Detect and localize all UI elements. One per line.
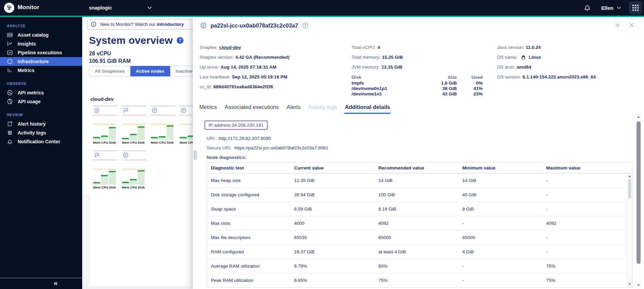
horizontal-scrollbar-track[interactable] — [82, 286, 192, 289]
recommended-value: 65000 — [374, 230, 458, 245]
node-usage-chart[interactable] — [122, 169, 145, 185]
notification-center-icon — [7, 139, 13, 145]
jvm-memory-value: 12.35 GiB — [381, 65, 402, 70]
node-usage-chart[interactable] — [93, 169, 116, 185]
tab-alerts[interactable]: Alerts — [286, 104, 301, 114]
user-menu-name[interactable]: Ellen — [601, 5, 613, 11]
page-title-text: System overview — [89, 35, 173, 46]
maximum-value: - — [542, 187, 632, 202]
snaplogic-logo[interactable] — [4, 3, 14, 13]
disk-bar — [138, 170, 145, 185]
card-top-divider — [93, 106, 118, 106]
accent-divider — [0, 16, 644, 17]
sidebar-item-pipeline-executions[interactable]: Pipeline executions — [0, 48, 82, 57]
os-name-label: OS name: — [497, 55, 518, 60]
sidebar-item-infrastructure[interactable]: Infrastructure — [0, 57, 82, 66]
panel-settings-button[interactable] — [614, 22, 621, 29]
total-memory-value: 15.25 GiB — [382, 55, 403, 60]
chevron-down-icon — [617, 6, 621, 9]
panel-scrollbar[interactable] — [636, 113, 642, 289]
scroll-up-arrow[interactable] — [637, 116, 640, 118]
table-row: Swap space 8.59 GiB 8.19 GiB 8 GiB - — [207, 202, 632, 216]
sidebar-footer: « — [0, 278, 82, 289]
sidebar-item-label: API usage — [18, 99, 41, 104]
tab-activity-logs: Activity logs — [308, 104, 338, 114]
filter-all-snaplexes[interactable]: All Snaplexes — [89, 66, 130, 76]
diagnostic-test: Disk storage configured — [207, 187, 290, 202]
tab-additional-details[interactable]: Additional details — [344, 104, 391, 114]
last-heartbeat-label: Last heartbeat: — [200, 74, 230, 79]
org-selector[interactable]: snaplogic — [89, 0, 152, 16]
node-card[interactable]: Mem CPU Disk — [93, 106, 118, 144]
pipeline-executions-icon — [7, 50, 13, 56]
cpu-bar — [101, 136, 108, 140]
scroll-down-arrow[interactable] — [637, 284, 640, 286]
sidebar-item-activity-logs[interactable]: Activity logs — [0, 128, 82, 137]
node-usage-chart[interactable] — [122, 124, 145, 140]
tab-associated-executions[interactable]: Associated executions — [224, 104, 280, 114]
table-row: Average RAM utilization 6.79% 60% - 75% — [207, 259, 632, 273]
panel-header: pa22sl-jcc-ux0ab078af23c2c03a7 — [200, 22, 308, 29]
node-card[interactable]: Mem CPU Disk — [93, 150, 118, 189]
os-name-value: Linux — [529, 55, 541, 60]
up-since-value: Aug 14, 2025 07:18:31 AM — [220, 65, 276, 70]
scroll-up-arrow[interactable] — [628, 175, 631, 177]
table-scrollbar[interactable] — [627, 174, 632, 287]
ram-total: 106.91 GiB RAM — [89, 57, 131, 65]
node-card[interactable]: Mem CPU Disk — [122, 106, 146, 144]
top-navbar: Monitor snaplogic Ellen — [0, 0, 644, 16]
help-badge-button[interactable]: ? — [177, 37, 183, 44]
card-top-divider — [151, 106, 175, 106]
minimum-value: - — [458, 273, 542, 287]
node-info-column-1: Snaplex:cloud-dev Snaplex version:4.42 G… — [200, 42, 349, 92]
jcc-node-icon — [122, 152, 129, 159]
chart-axis-labels: Mem CPU Disk — [122, 185, 145, 189]
secure-uri-row: Secure URI: https://pa22sl-jcc-ux0ab078a… — [207, 145, 328, 150]
tab-metrics[interactable]: Metrics — [199, 104, 218, 114]
filter-active-nodes[interactable]: Active nodes — [130, 66, 170, 76]
current-value: 16.37 GiB — [290, 245, 374, 259]
node-usage-chart[interactable] — [151, 124, 174, 140]
sidebar-item-api-usage[interactable]: API usage — [0, 97, 82, 106]
sidebar-section-observe: OBSERVE — [0, 82, 82, 88]
notifications-bell-button[interactable] — [584, 4, 591, 12]
bell-icon — [584, 4, 591, 12]
minimum-value: - — [458, 259, 542, 273]
panel-close-button[interactable] — [628, 22, 635, 29]
panel-resize-handle[interactable] — [194, 150, 196, 160]
last-heartbeat-row: Last heartbeat:Sep 12, 2025 05:19:16 PM — [200, 72, 349, 82]
java-version-label: Java version: — [497, 45, 524, 50]
sidebar-item-asset-catalog[interactable]: Asset catalog — [0, 31, 82, 39]
node-card[interactable]: Mem CPU Disk — [151, 106, 175, 144]
chevron-down-icon — [147, 6, 152, 9]
recommended-value: 60% — [374, 259, 458, 273]
sidebar-collapse-button[interactable]: « — [54, 279, 58, 287]
disk-name: tmpfs — [352, 80, 419, 86]
sidebar-item-alert-history[interactable]: Alert history — [0, 120, 82, 128]
os-name-row: OS name: Linux — [497, 52, 643, 62]
cpu-bar — [130, 179, 137, 185]
sidebar-item-api-metrics[interactable]: API metrics — [0, 88, 82, 97]
sidebar-item-notification-center[interactable]: Notification Center — [0, 137, 82, 146]
banner-introductory-link[interactable]: introductory — [157, 22, 184, 27]
current-value: 39.94 GiB — [290, 187, 374, 202]
sidebar-item-label: Alert history — [18, 121, 46, 127]
total-memory-row: Total memory:15.25 GiB — [352, 52, 494, 62]
used-col-header: Used — [457, 74, 483, 80]
cc-id-row: cc_id:689d40791ea6ad8364e2f2f6 — [200, 82, 349, 92]
sidebar-item-insights[interactable]: Insights — [0, 39, 82, 48]
scrollbar-thumb[interactable] — [637, 121, 641, 264]
minimum-value: 8 GiB — [458, 202, 542, 216]
groundplex-node-icon — [93, 152, 100, 159]
node-usage-chart[interactable] — [93, 124, 116, 140]
scroll-down-arrow[interactable] — [628, 283, 631, 285]
node-card[interactable]: Mem CPU Disk — [122, 150, 146, 189]
disk-bar — [166, 125, 174, 140]
panel-tabs: Metrics Associated executions Alerts Act… — [199, 104, 391, 114]
disk-usage-table: Disk Size Used tmpfs 1.6 GiB 0% /dev/nvm… — [352, 74, 494, 97]
sidebar-item-metrics[interactable]: Metrics — [0, 66, 82, 75]
user-menu-chevron[interactable] — [617, 6, 621, 9]
scrollbar-thumb[interactable] — [628, 179, 631, 199]
snaplex-link[interactable]: cloud-dev — [219, 45, 241, 50]
app-launcher-button[interactable] — [629, 1, 642, 14]
